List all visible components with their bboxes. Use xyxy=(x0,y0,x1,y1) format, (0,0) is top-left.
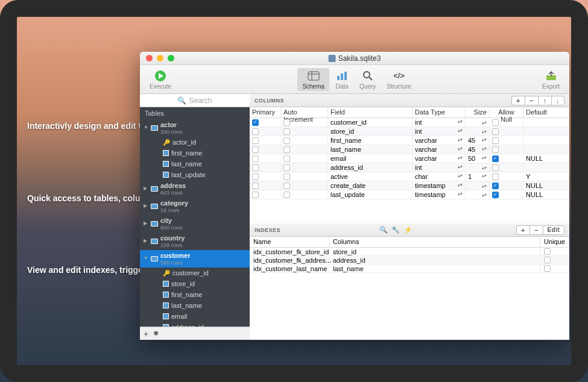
device-frame xyxy=(0,0,588,382)
